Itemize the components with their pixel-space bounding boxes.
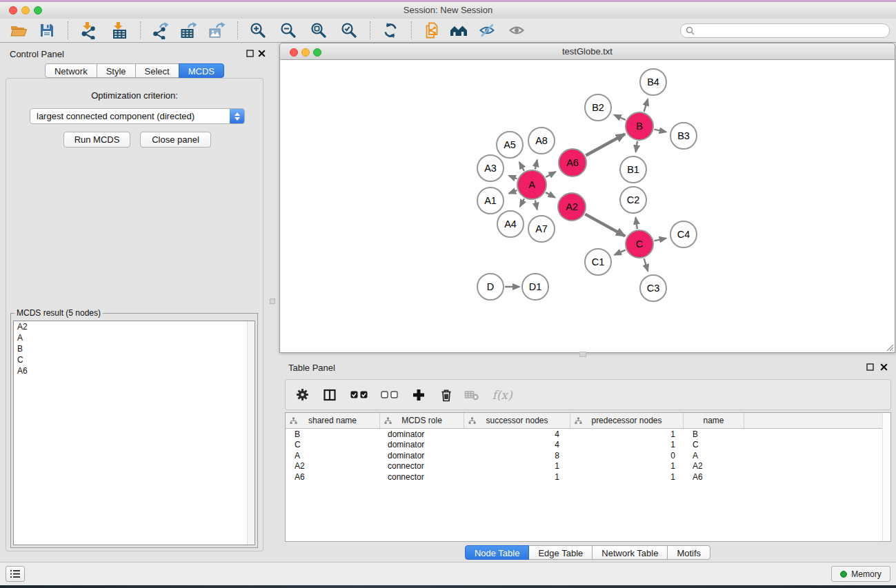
table-row[interactable]: Bdominator41B <box>286 429 890 440</box>
app-titlebar[interactable]: Session: New Session <box>0 2 896 19</box>
svg-text:C2: C2 <box>627 194 640 205</box>
tab-network[interactable]: Network <box>45 63 97 78</box>
horizontal-splitter-grip[interactable] <box>579 352 586 357</box>
toolbar-separator <box>237 21 238 39</box>
table-row[interactable]: Cdominator41C <box>286 440 890 451</box>
table-cell: A6 <box>286 472 380 482</box>
table-row[interactable]: A6connector11A6 <box>286 472 890 483</box>
optimization-criterion-label: Optimization criterion: <box>6 90 263 101</box>
svg-text:C: C <box>636 239 643 250</box>
add-row-icon[interactable] <box>411 387 426 403</box>
task-history-button[interactable] <box>6 566 25 582</box>
close-panel-button[interactable]: Close panel <box>140 132 211 148</box>
table-cell: dominator <box>380 429 464 439</box>
export-table-icon[interactable] <box>179 21 198 40</box>
zoom-out-icon[interactable] <box>279 21 298 40</box>
memory-button[interactable]: Memory <box>831 566 890 582</box>
app-title: Session: New Session <box>0 2 896 19</box>
clone-network-icon[interactable] <box>422 21 441 40</box>
mcds-result-item[interactable]: A2 <box>14 321 255 332</box>
table-cell: B <box>286 429 380 439</box>
table-cell: 0 <box>570 451 684 460</box>
zoom-selected-icon[interactable] <box>339 21 359 40</box>
mcds-result-item[interactable]: C <box>14 354 255 365</box>
float-panel-icon[interactable] <box>246 50 254 57</box>
toolbar-separator <box>370 21 370 39</box>
select-all-icon[interactable] <box>350 391 368 398</box>
show-columns-icon[interactable] <box>322 387 337 403</box>
network-canvas[interactable]: AA1A3A4A5A7A8A6A2BB1B2B3B4CC1C2C3C4DD1 <box>279 60 895 353</box>
function-builder-icon[interactable]: f(x) <box>490 387 515 403</box>
deselect-all-icon[interactable] <box>381 391 398 398</box>
import-network-icon[interactable] <box>79 21 98 40</box>
close-panel-icon[interactable] <box>258 50 266 57</box>
dropdown-stepper-icon[interactable] <box>230 109 244 123</box>
delete-table-icon[interactable] <box>464 387 479 403</box>
tab-node-table[interactable]: Node Table <box>465 545 530 560</box>
tab-mcds[interactable]: MCDS <box>179 63 224 78</box>
tab-network-table[interactable]: Network Table <box>592 545 668 560</box>
open-file-icon[interactable] <box>9 21 28 40</box>
save-session-icon[interactable] <box>37 21 57 40</box>
status-bar: Memory <box>0 562 896 586</box>
list-scrollbar[interactable] <box>247 321 255 545</box>
delete-row-icon[interactable] <box>439 387 454 403</box>
zoom-in-icon[interactable] <box>248 21 268 40</box>
svg-text:B3: B3 <box>677 130 690 141</box>
criterion-dropdown[interactable]: largest connected component (directed) <box>30 108 245 124</box>
column-header-predecessor-nodes[interactable]: predecessor nodes <box>570 413 684 428</box>
tab-edge-table[interactable]: Edge Table <box>528 545 593 560</box>
mcds-result-item[interactable]: B <box>14 343 255 354</box>
show-all-icon[interactable] <box>507 21 526 40</box>
mcds-result-list[interactable]: A2ABCA6 <box>13 321 255 545</box>
network-graph[interactable]: AA1A3A4A5A7A8A6A2BB1B2B3B4CC1C2C3C4DD1 <box>280 60 895 352</box>
close-window-button[interactable] <box>290 48 298 57</box>
table-cell: connector <box>380 461 464 471</box>
mcds-result-item[interactable]: A6 <box>14 365 255 376</box>
tab-select[interactable]: Select <box>135 63 179 78</box>
column-header-name[interactable]: name <box>684 413 744 428</box>
resize-grip-icon[interactable] <box>884 342 894 352</box>
memory-label: Memory <box>851 569 881 579</box>
tab-motifs[interactable]: Motifs <box>667 545 710 560</box>
search-icon <box>686 26 695 35</box>
svg-text:B1: B1 <box>627 164 639 175</box>
column-header-successor-nodes[interactable]: successor nodes <box>464 413 570 428</box>
hide-selected-icon[interactable] <box>477 21 497 40</box>
toolbar-separator <box>140 21 141 39</box>
zoom-window-button[interactable] <box>34 6 42 14</box>
zoom-fit-icon[interactable] <box>309 21 328 40</box>
close-window-button[interactable] <box>9 6 17 14</box>
refresh-icon[interactable] <box>381 21 400 40</box>
table-settings-icon[interactable] <box>295 387 310 403</box>
table-row[interactable]: A2connector11A2 <box>286 461 890 472</box>
run-mcds-button[interactable]: Run MCDS <box>63 132 130 148</box>
network-window-titlebar[interactable]: testGlobe.txt <box>279 43 895 60</box>
close-panel-icon[interactable] <box>880 363 888 371</box>
column-header-shared-name[interactable]: shared name <box>286 413 380 428</box>
table-cell: A2 <box>286 461 380 471</box>
table-cell: 1 <box>570 461 684 471</box>
search-input[interactable] <box>698 25 873 36</box>
first-neighbors-icon[interactable] <box>449 21 468 40</box>
export-network-icon[interactable] <box>150 21 170 40</box>
float-panel-icon[interactable] <box>866 363 874 371</box>
search-field[interactable] <box>680 23 890 38</box>
mcds-result-item[interactable]: A <box>14 332 255 343</box>
minimize-window-button[interactable] <box>21 6 30 14</box>
table-body: Bdominator41BCdominator41CAdominator80AA… <box>286 429 890 483</box>
minimize-window-button[interactable] <box>301 48 310 57</box>
table-scrollbar[interactable] <box>882 413 890 541</box>
table-cell: 1 <box>570 429 684 439</box>
table-cell: 1 <box>464 461 570 471</box>
column-header-MCDS-role[interactable]: MCDS role <box>380 413 464 428</box>
list-icon <box>10 569 20 578</box>
toolbar-separator <box>68 21 68 39</box>
table-row[interactable]: Adominator80A <box>286 450 890 461</box>
node-table[interactable]: shared nameMCDS rolesuccessor nodesprede… <box>285 412 891 542</box>
tab-style[interactable]: Style <box>97 63 136 78</box>
vertical-splitter-grip[interactable] <box>270 298 275 304</box>
export-image-icon[interactable] <box>207 21 226 40</box>
import-table-icon[interactable] <box>110 21 129 40</box>
zoom-window-button[interactable] <box>313 48 321 57</box>
